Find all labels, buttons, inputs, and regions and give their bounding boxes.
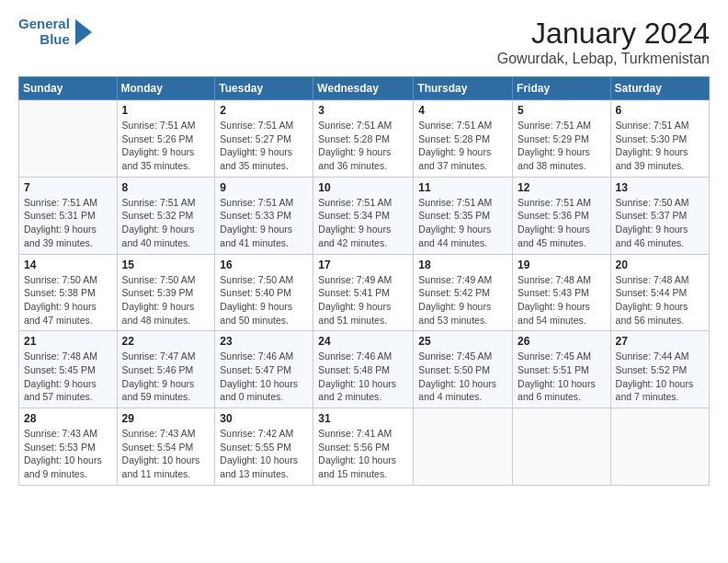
day-number: 8 [122,181,210,194]
calendar-header-row: SundayMondayTuesdayWednesdayThursdayFrid… [19,77,710,100]
logo-general: General [18,17,70,32]
day-number: 24 [318,335,408,348]
calendar-cell [19,100,118,178]
day-info: Sunrise: 7:51 AMSunset: 5:28 PMDaylight:… [418,119,507,173]
day-info: Sunrise: 7:51 AMSunset: 5:33 PMDaylight:… [220,196,308,250]
calendar-week-1: 1Sunrise: 7:51 AMSunset: 5:26 PMDaylight… [19,100,710,178]
day-number: 6 [616,104,704,117]
day-number: 30 [220,412,308,425]
calendar-cell: 29Sunrise: 7:43 AMSunset: 5:54 PMDayligh… [117,408,215,486]
day-number: 12 [518,181,606,194]
calendar-cell: 14Sunrise: 7:50 AMSunset: 5:38 PMDayligh… [19,254,118,331]
day-info: Sunrise: 7:51 AMSunset: 5:30 PMDaylight:… [616,119,704,173]
day-info: Sunrise: 7:51 AMSunset: 5:27 PMDaylight:… [220,119,308,173]
calendar-cell: 25Sunrise: 7:45 AMSunset: 5:50 PMDayligh… [414,331,513,408]
day-info: Sunrise: 7:51 AMSunset: 5:34 PMDaylight:… [318,196,408,250]
col-header-tuesday: Tuesday [215,77,313,100]
day-info: Sunrise: 7:45 AMSunset: 5:50 PMDaylight:… [418,350,507,404]
calendar-cell: 30Sunrise: 7:42 AMSunset: 5:55 PMDayligh… [215,408,313,486]
calendar-cell: 6Sunrise: 7:51 AMSunset: 5:30 PMDaylight… [610,100,709,178]
calendar-cell: 20Sunrise: 7:48 AMSunset: 5:44 PMDayligh… [610,254,709,331]
calendar-subtitle: Gowurdak, Lebap, Turkmenistan [497,51,710,67]
day-info: Sunrise: 7:51 AMSunset: 5:32 PMDaylight:… [122,196,210,250]
day-number: 15 [122,259,210,271]
day-info: Sunrise: 7:46 AMSunset: 5:48 PMDaylight:… [318,350,408,404]
day-info: Sunrise: 7:51 AMSunset: 5:29 PMDaylight:… [518,119,606,173]
header: General Blue January 2024 Gowurdak, Leba… [18,17,710,67]
calendar-cell: 17Sunrise: 7:49 AMSunset: 5:41 PMDayligh… [313,254,414,331]
calendar-cell: 11Sunrise: 7:51 AMSunset: 5:35 PMDayligh… [414,177,513,254]
calendar-cell: 21Sunrise: 7:48 AMSunset: 5:45 PMDayligh… [19,331,118,408]
calendar-cell: 10Sunrise: 7:51 AMSunset: 5:34 PMDayligh… [313,177,414,254]
day-number: 18 [418,259,507,271]
calendar-cell: 8Sunrise: 7:51 AMSunset: 5:32 PMDaylight… [117,177,215,254]
calendar-cell: 27Sunrise: 7:44 AMSunset: 5:52 PMDayligh… [610,331,709,408]
day-number: 2 [220,104,308,117]
day-number: 13 [616,181,704,194]
day-number: 1 [122,104,210,117]
day-number: 14 [24,259,112,271]
day-number: 26 [518,335,606,348]
day-number: 4 [418,104,507,117]
day-info: Sunrise: 7:50 AMSunset: 5:38 PMDaylight:… [24,273,112,327]
calendar-cell: 23Sunrise: 7:46 AMSunset: 5:47 PMDayligh… [215,331,313,408]
day-info: Sunrise: 7:47 AMSunset: 5:46 PMDaylight:… [122,350,210,404]
calendar-cell: 28Sunrise: 7:43 AMSunset: 5:53 PMDayligh… [19,408,118,486]
day-info: Sunrise: 7:51 AMSunset: 5:36 PMDaylight:… [518,196,606,250]
calendar-title: January 2024 [497,17,710,51]
day-info: Sunrise: 7:43 AMSunset: 5:53 PMDaylight:… [24,427,112,481]
calendar-cell: 12Sunrise: 7:51 AMSunset: 5:36 PMDayligh… [513,177,611,254]
calendar-week-3: 14Sunrise: 7:50 AMSunset: 5:38 PMDayligh… [19,254,710,331]
day-info: Sunrise: 7:51 AMSunset: 5:31 PMDaylight:… [24,196,112,250]
logo-blue: Blue [40,32,70,48]
day-number: 3 [318,104,408,117]
calendar-cell [414,408,513,486]
day-info: Sunrise: 7:51 AMSunset: 5:35 PMDaylight:… [418,196,507,250]
col-header-monday: Monday [117,77,215,100]
calendar-cell: 2Sunrise: 7:51 AMSunset: 5:27 PMDaylight… [215,100,313,178]
calendar-cell: 19Sunrise: 7:48 AMSunset: 5:43 PMDayligh… [513,254,611,331]
day-number: 31 [318,412,408,425]
day-number: 16 [220,259,308,271]
day-info: Sunrise: 7:45 AMSunset: 5:51 PMDaylight:… [518,350,606,404]
day-info: Sunrise: 7:48 AMSunset: 5:45 PMDaylight:… [24,350,112,404]
calendar-cell: 31Sunrise: 7:41 AMSunset: 5:56 PMDayligh… [313,408,414,486]
calendar-cell: 26Sunrise: 7:45 AMSunset: 5:51 PMDayligh… [513,331,611,408]
calendar-cell: 13Sunrise: 7:50 AMSunset: 5:37 PMDayligh… [610,177,709,254]
day-info: Sunrise: 7:46 AMSunset: 5:47 PMDaylight:… [220,350,308,404]
day-info: Sunrise: 7:49 AMSunset: 5:41 PMDaylight:… [318,273,408,327]
day-number: 22 [122,335,210,348]
calendar-cell: 3Sunrise: 7:51 AMSunset: 5:28 PMDaylight… [313,100,414,178]
logo: General Blue [18,17,92,47]
col-header-saturday: Saturday [610,77,709,100]
day-number: 10 [318,181,408,194]
calendar-cell: 18Sunrise: 7:49 AMSunset: 5:42 PMDayligh… [414,254,513,331]
calendar-table: SundayMondayTuesdayWednesdayThursdayFrid… [18,76,710,486]
calendar-cell: 15Sunrise: 7:50 AMSunset: 5:39 PMDayligh… [117,254,215,331]
title-block: January 2024 Gowurdak, Lebap, Turkmenist… [497,17,710,67]
col-header-friday: Friday [513,77,611,100]
calendar-cell [513,408,611,486]
day-number: 5 [518,104,606,117]
calendar-cell: 7Sunrise: 7:51 AMSunset: 5:31 PMDaylight… [19,177,118,254]
day-number: 9 [220,181,308,194]
day-info: Sunrise: 7:42 AMSunset: 5:55 PMDaylight:… [220,427,308,481]
day-number: 20 [616,259,704,271]
day-info: Sunrise: 7:41 AMSunset: 5:56 PMDaylight:… [318,427,408,481]
day-number: 25 [418,335,507,348]
calendar-cell: 24Sunrise: 7:46 AMSunset: 5:48 PMDayligh… [313,331,414,408]
day-info: Sunrise: 7:48 AMSunset: 5:43 PMDaylight:… [518,273,606,327]
day-number: 23 [220,335,308,348]
day-number: 17 [318,259,408,271]
calendar-cell: 22Sunrise: 7:47 AMSunset: 5:46 PMDayligh… [117,331,215,408]
calendar-cell: 16Sunrise: 7:50 AMSunset: 5:40 PMDayligh… [215,254,313,331]
day-info: Sunrise: 7:49 AMSunset: 5:42 PMDaylight:… [418,273,507,327]
day-number: 21 [24,335,112,348]
day-number: 28 [24,412,112,425]
day-number: 11 [418,181,507,194]
day-number: 19 [518,259,606,271]
day-info: Sunrise: 7:43 AMSunset: 5:54 PMDaylight:… [122,427,210,481]
day-info: Sunrise: 7:48 AMSunset: 5:44 PMDaylight:… [616,273,704,327]
day-info: Sunrise: 7:44 AMSunset: 5:52 PMDaylight:… [616,350,704,404]
day-number: 27 [616,335,704,348]
